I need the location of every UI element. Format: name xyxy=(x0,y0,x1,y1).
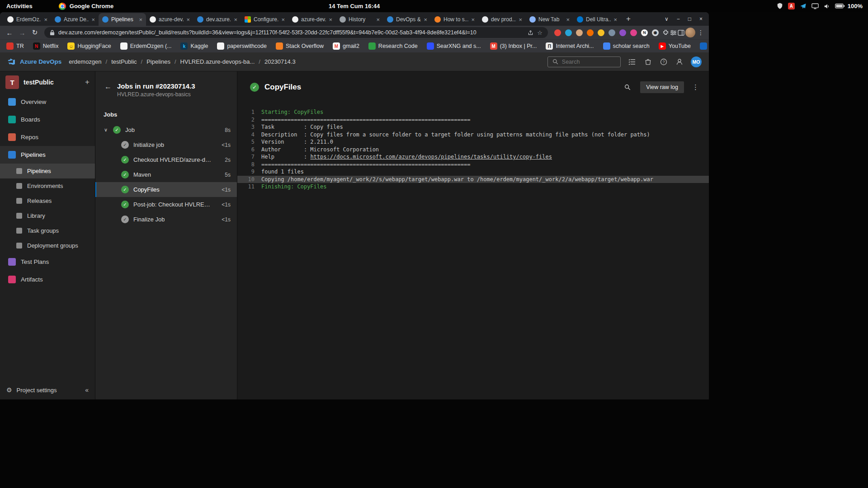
bookmark-item[interactable]: ☺ HuggingFace xyxy=(67,42,111,50)
tab-close-icon[interactable] xyxy=(44,17,47,23)
sidebar-item[interactable]: Releases xyxy=(0,193,95,208)
browser-tab[interactable]: How to s... xyxy=(431,13,478,26)
bookmark-item[interactable]: SearXNG and s... xyxy=(427,42,481,50)
log-line[interactable]: 10 Copying /home/erdem/myagent/_work/2/s… xyxy=(237,176,709,183)
log-line[interactable]: 9 found 1 files xyxy=(237,168,709,176)
work-items-icon[interactable] xyxy=(627,57,637,66)
azure-devops-logo-icon[interactable] xyxy=(7,58,15,66)
system-tray[interactable]: A 100% xyxy=(777,0,863,12)
extension-icon[interactable] xyxy=(630,29,637,36)
sidebar-item[interactable]: Task groups xyxy=(0,223,95,238)
extension-icon[interactable] xyxy=(619,29,626,36)
job-step-row[interactable]: Post-job: Checkout HVLRED/az... <1s xyxy=(95,197,237,212)
browser-tab[interactable]: Pipelines xyxy=(99,13,146,26)
lock-icon[interactable] xyxy=(50,30,55,36)
log-line[interactable]: 5 Version : 2.211.0 xyxy=(237,138,709,146)
tab-close-icon[interactable] xyxy=(471,17,475,23)
browser-tab[interactable]: Configure... xyxy=(241,13,288,26)
minimize-button[interactable]: − xyxy=(677,16,680,22)
browser-tab[interactable]: azure-dev... xyxy=(146,13,193,26)
forward-button[interactable]: → xyxy=(16,27,28,38)
chevron-down-icon[interactable]: ∨ xyxy=(103,127,108,133)
log-line[interactable]: 3 Task : Copy files xyxy=(237,123,709,131)
extension-icon[interactable] xyxy=(598,29,604,36)
sidebar-item[interactable]: Pipelines xyxy=(0,146,95,164)
browser-tab[interactable]: New Tab xyxy=(526,13,573,26)
breadcrumb-item[interactable]: HVLRED.azure-devops-ba... xyxy=(180,58,255,65)
sidebar-item[interactable]: Deployment groups xyxy=(0,238,95,253)
log-line[interactable]: 6 Author : Microsoft Corporation xyxy=(237,146,709,154)
sidebar-item[interactable]: Repos xyxy=(0,128,95,146)
log-link[interactable]: https://docs.microsoft.com/azure/devops/… xyxy=(310,154,552,160)
sidebar-item[interactable]: Boards xyxy=(0,111,95,128)
breadcrumb-item[interactable]: 20230714.3 xyxy=(264,58,296,65)
tab-close-icon[interactable] xyxy=(424,17,427,23)
sidebar-item[interactable]: Artifacts xyxy=(0,271,95,288)
extension-icon[interactable]: ◉ xyxy=(652,29,659,36)
profile-avatar[interactable] xyxy=(685,28,695,38)
project-switcher[interactable]: T testPublic + xyxy=(0,71,95,93)
tab-close-icon[interactable] xyxy=(281,17,285,23)
job-step-row[interactable]: Maven 5s xyxy=(95,167,237,182)
share-icon[interactable] xyxy=(528,30,533,36)
url-text[interactable]: dev.azure.com/erdemozgen/testPublic/_bui… xyxy=(58,29,524,36)
bookmark-item[interactable]: ▶ YouTube xyxy=(659,42,691,50)
tab-search-icon[interactable]: ∨ xyxy=(665,16,669,22)
browser-tab[interactable]: DevOps &... xyxy=(383,13,431,26)
extension-icon[interactable] xyxy=(587,29,594,36)
tab-close-icon[interactable] xyxy=(376,17,380,23)
back-arrow-icon[interactable]: ← xyxy=(104,83,112,91)
sidebar-item[interactable]: Environments xyxy=(0,178,95,193)
job-step-row[interactable]: Initialize job <1s xyxy=(95,137,237,152)
browser-tab[interactable]: Azure De... xyxy=(51,13,99,26)
tab-close-icon[interactable] xyxy=(91,17,95,23)
sidebar-item[interactable]: Library xyxy=(0,208,95,223)
bookmark-item[interactable]: scholar search xyxy=(603,42,650,50)
browser-tab[interactable]: dev prod... xyxy=(478,13,526,26)
tab-close-icon[interactable] xyxy=(613,17,617,23)
sidebar-item[interactable]: Test Plans xyxy=(0,253,95,271)
browser-tab[interactable]: azure-dev... xyxy=(288,13,336,26)
browser-menu-icon[interactable]: ⋮ xyxy=(696,29,705,36)
bookmark-item[interactable]: M (3) Inbox | Pr... xyxy=(490,42,537,50)
focused-app-indicator[interactable]: Google Chrome xyxy=(59,3,114,10)
bookmark-item[interactable]: M gmail2 xyxy=(333,42,359,50)
search-log-icon[interactable] xyxy=(623,83,632,92)
log-line[interactable]: 4 Description : Copy files from a source… xyxy=(237,131,709,139)
tab-close-icon[interactable] xyxy=(566,17,570,23)
bookmark-item[interactable]: Course Catalo... xyxy=(700,42,709,50)
log-line[interactable]: 11 Finishing: CopyFiles xyxy=(237,183,709,191)
collapse-sidebar-icon[interactable]: « xyxy=(85,386,89,394)
close-button[interactable]: × xyxy=(699,16,703,22)
product-name[interactable]: Azure DevOps xyxy=(20,58,61,65)
bookmark-item[interactable]: TR xyxy=(6,42,24,50)
tab-close-icon[interactable] xyxy=(234,17,237,23)
more-actions-icon[interactable]: ⋮ xyxy=(692,83,699,91)
back-button[interactable]: ← xyxy=(4,27,15,38)
browser-tab[interactable]: Dell Ultra... xyxy=(573,13,621,26)
add-project-button[interactable]: + xyxy=(85,78,90,87)
job-step-row[interactable]: Finalize Job <1s xyxy=(95,212,237,227)
bookmark-item[interactable]: Research Code xyxy=(368,42,418,50)
reload-button[interactable]: ↻ xyxy=(29,27,41,38)
breadcrumb-item[interactable]: Pipelines xyxy=(146,58,170,65)
bookmark-item[interactable]: paperswithcode xyxy=(217,42,267,50)
bookmark-item[interactable]: Stack Overflow xyxy=(276,42,324,50)
clock[interactable]: 14 Tem Cum 16:44 xyxy=(329,0,380,12)
tab-close-icon[interactable] xyxy=(186,17,190,23)
breadcrumb-item[interactable]: erdemozgen xyxy=(69,58,101,65)
extension-icon[interactable] xyxy=(576,29,583,36)
bookmark-item[interactable]: ErdemOzgen (... xyxy=(120,42,172,50)
marketplace-bag-icon[interactable] xyxy=(643,57,652,66)
bookmark-item[interactable]: Π Internet Archi... xyxy=(546,42,594,50)
search-input[interactable] xyxy=(562,59,617,65)
log-line[interactable]: 8 ======================================… xyxy=(237,161,709,169)
job-step-row[interactable]: Checkout HVLRED/azure-devop... 2s xyxy=(95,152,237,167)
extension-icon[interactable]: N xyxy=(641,29,648,36)
sidebar-item[interactable]: Overview xyxy=(0,93,95,111)
job-row-root[interactable]: ∨ Job 8s xyxy=(95,122,237,137)
log-line[interactable]: 1 Starting: CopyFiles xyxy=(237,108,709,116)
log-line[interactable]: 2 ======================================… xyxy=(237,116,709,124)
bookmark-item[interactable]: k Kaggle xyxy=(180,42,208,50)
job-step-row[interactable]: CopyFiles <1s xyxy=(95,182,237,197)
